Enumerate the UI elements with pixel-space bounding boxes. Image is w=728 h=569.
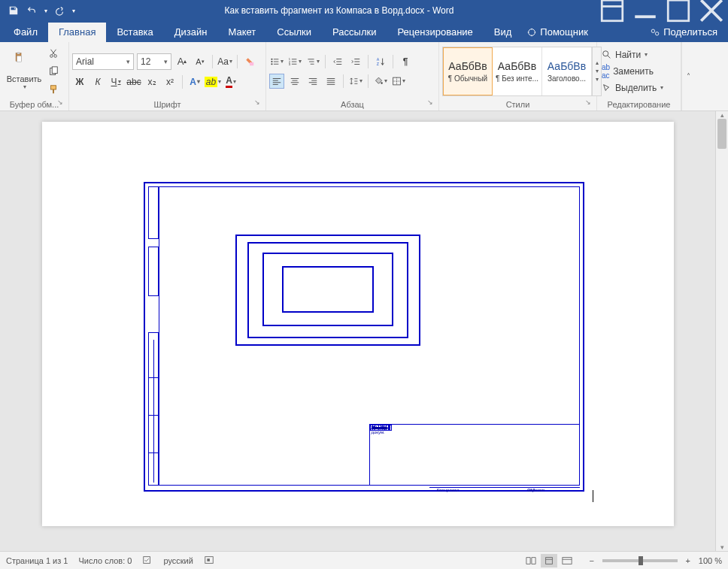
sort-button[interactable]: AZ [373, 54, 388, 69]
subscript-button[interactable]: x₂ [144, 74, 159, 89]
vertical-scrollbar[interactable]: ▴ ▾ [715, 111, 728, 551]
grow-font-button[interactable]: A▴ [174, 54, 190, 69]
status-language[interactable]: русский [163, 556, 193, 565]
zoom-out-button[interactable]: − [586, 556, 598, 565]
replace-button[interactable]: abac Заменить [600, 64, 665, 79]
tab-layout[interactable]: Макет [217, 23, 266, 42]
collapse-ribbon-button[interactable]: ˄ [681, 42, 695, 110]
numbering-button[interactable]: 123▾ [287, 54, 302, 69]
align-right-button[interactable] [305, 74, 320, 89]
format-painter-button[interactable] [47, 83, 60, 96]
spellcheck-icon[interactable] [142, 555, 153, 567]
tab-view[interactable]: Вид [484, 23, 523, 42]
tab-mailings[interactable]: Рассылки [322, 23, 387, 42]
read-mode-button[interactable] [523, 554, 539, 567]
style-heading1[interactable]: АаБбВв Заголово... [542, 47, 592, 95]
macro-icon[interactable] [204, 555, 214, 567]
align-center-button[interactable] [287, 74, 302, 89]
underline-button[interactable]: Ч▾ [108, 74, 123, 89]
tab-review[interactable]: Рецензирование [387, 23, 483, 42]
svg-text:Z: Z [377, 62, 380, 66]
embedded-drawing[interactable]: Изм.Лист№ докум.Подп.Дата Разраб.Лит.Мас… [144, 182, 587, 495]
change-case-button[interactable]: Aa▾ [217, 54, 232, 69]
svg-rect-27 [207, 558, 210, 561]
show-marks-button[interactable]: ¶ [398, 54, 413, 69]
cut-button[interactable] [47, 47, 60, 60]
font-launcher-icon[interactable]: ↘ [252, 98, 262, 109]
close-button[interactable] [695, 0, 728, 21]
editing-group-label: Редактирование [608, 100, 671, 109]
multilevel-list-button[interactable]: ▾ [305, 54, 320, 69]
redo-icon[interactable] [53, 5, 65, 17]
font-color-button[interactable]: A▾ [223, 74, 238, 89]
undo-icon[interactable] [26, 5, 38, 17]
copy-button[interactable] [47, 65, 60, 78]
assist-label: Помощник [540, 26, 588, 38]
group-paragraph: ▾ 123▾ ▾ AZ ¶ ▾ [266, 42, 439, 110]
tell-me-assist[interactable]: Помощник [522, 26, 597, 42]
qat-customize-icon[interactable]: ▾ [72, 8, 75, 14]
superscript-button[interactable]: x² [162, 74, 177, 89]
text-cursor [593, 490, 593, 502]
group-styles: АаБбВв ¶ Обычный АаБбВв ¶ Без инте... Аа… [439, 42, 597, 110]
style-no-spacing[interactable]: АаБбВв ¶ Без инте... [493, 47, 542, 95]
italic-button[interactable]: К [90, 74, 105, 89]
document-scroll[interactable]: Изм.Лист№ докум.Подп.Дата Разраб.Лит.Мас… [0, 111, 715, 551]
undo-dropdown-icon[interactable]: ▾ [44, 8, 47, 14]
minimize-button[interactable] [629, 0, 662, 21]
tab-file[interactable]: Файл [3, 23, 48, 42]
text-effects-button[interactable]: A▾ [187, 74, 202, 89]
paragraph-launcher-icon[interactable]: ↘ [425, 98, 435, 109]
clipboard-label: Буфер обм... [10, 100, 59, 109]
zoom-slider[interactable] [602, 559, 678, 562]
highlight-button[interactable]: ab▾ [205, 74, 220, 89]
strikethrough-button[interactable]: abc [126, 74, 141, 89]
borders-button[interactable]: ▾ [391, 74, 406, 89]
bullets-button[interactable]: ▾ [269, 54, 284, 69]
style-normal[interactable]: АаБбВв ¶ Обычный [443, 47, 493, 95]
svg-rect-29 [563, 557, 572, 564]
status-words[interactable]: Число слов: 0 [78, 556, 132, 565]
zoom-slider-thumb[interactable] [639, 556, 643, 565]
scroll-up-icon[interactable]: ▴ [716, 111, 728, 119]
svg-rect-0 [602, 0, 623, 21]
styles-launcher-icon[interactable]: ↘ [583, 98, 593, 109]
font-size-combo[interactable]: 12▾ [137, 53, 171, 70]
document-page[interactable]: Изм.Лист№ докум.Подп.Дата Разраб.Лит.Мас… [42, 122, 674, 526]
svg-point-8 [50, 54, 53, 57]
document-area: Изм.Лист№ докум.Подп.Дата Разраб.Лит.Мас… [0, 111, 728, 551]
tab-insert[interactable]: Вставка [106, 23, 163, 42]
tab-home[interactable]: Главная [48, 23, 106, 42]
ribbon-options-icon[interactable] [596, 0, 629, 21]
zoom-in-button[interactable]: + [682, 556, 694, 565]
paragraph-group-label: Абзац [341, 100, 364, 109]
decrease-indent-button[interactable] [330, 54, 345, 69]
scrollbar-thumb[interactable] [717, 119, 726, 149]
maximize-button[interactable] [662, 0, 695, 21]
save-icon[interactable] [8, 5, 20, 17]
svg-point-15 [271, 60, 272, 62]
select-button[interactable]: Выделить▾ [600, 80, 665, 95]
paste-dropdown-icon[interactable]: ▾ [23, 83, 26, 90]
styles-gallery[interactable]: АаБбВв ¶ Обычный АаБбВв ¶ Без инте... Аа… [442, 47, 602, 96]
bold-button[interactable]: Ж [72, 74, 87, 89]
tab-references[interactable]: Ссылки [266, 23, 322, 42]
status-page[interactable]: Страница 1 из 1 [6, 556, 68, 565]
increase-indent-button[interactable] [348, 54, 363, 69]
svg-point-22 [381, 82, 382, 83]
find-button[interactable]: Найти▾ [600, 47, 665, 62]
scroll-down-icon[interactable]: ▾ [716, 543, 728, 551]
zoom-level[interactable]: 100 % [699, 556, 722, 565]
print-layout-button[interactable] [541, 554, 557, 567]
web-layout-button[interactable] [559, 554, 575, 567]
shading-button[interactable]: ▾ [373, 74, 388, 89]
tab-design[interactable]: Дизайн [164, 23, 218, 42]
align-left-button[interactable] [269, 74, 284, 89]
line-spacing-button[interactable]: ▾ [348, 74, 363, 89]
justify-button[interactable] [323, 74, 338, 89]
font-name-combo[interactable]: Arial▾ [72, 53, 134, 70]
clipboard-launcher-icon[interactable]: ↘ [55, 98, 65, 109]
shrink-font-button[interactable]: A▾ [193, 54, 208, 69]
clear-formatting-button[interactable] [242, 54, 257, 69]
paste-button[interactable]: Вставить ▾ [3, 47, 45, 96]
